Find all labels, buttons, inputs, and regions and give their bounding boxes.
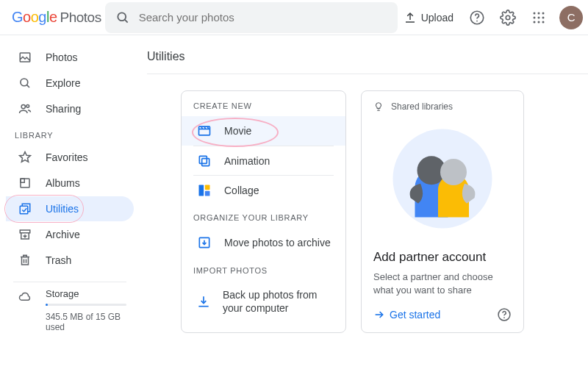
sidebar-item-label: Albums [46, 177, 80, 189]
image-icon [18, 51, 32, 64]
storage-label: Storage [46, 288, 126, 299]
svg-rect-22 [20, 230, 30, 233]
sidebar-item-label: Favorites [46, 151, 88, 163]
svg-rect-25 [199, 156, 207, 163]
people-icon [18, 102, 32, 115]
svg-line-1 [124, 19, 127, 22]
download-icon [196, 294, 211, 309]
create-collage[interactable]: Collage [193, 175, 334, 204]
svg-point-15 [21, 79, 28, 86]
upload-label: Upload [421, 12, 453, 24]
gear-icon [500, 10, 516, 26]
create-item-label: Animation [224, 155, 270, 167]
svg-rect-21 [20, 206, 28, 214]
sidebar-item-photos[interactable]: Photos [6, 45, 134, 70]
create-panel: CREATE NEW Movie Animation Collage ORGAN… [181, 90, 346, 333]
album-icon [18, 176, 32, 190]
svg-line-16 [26, 85, 29, 87]
organize-item-label: Move photos to archive [224, 237, 331, 248]
sidebar-item-label: Utilities [46, 203, 79, 215]
svg-point-5 [534, 12, 536, 14]
svg-rect-24 [202, 158, 209, 165]
create-animation[interactable]: Animation [193, 146, 334, 175]
movie-icon [196, 124, 212, 138]
sidebar-item-archive[interactable]: Archive [6, 222, 134, 247]
help-icon [469, 10, 485, 26]
sidebar-section-library: LIBRARY [6, 122, 134, 144]
search-icon [115, 10, 130, 25]
star-icon [18, 151, 32, 164]
partner-hint: Shared libraries [391, 101, 453, 112]
apps-button[interactable] [526, 4, 552, 31]
main-content: Utilities CREATE NEW Movie Animation Col… [140, 35, 588, 372]
collage-icon [196, 183, 212, 198]
svg-point-17 [21, 104, 25, 108]
svg-point-12 [538, 21, 540, 23]
svg-rect-28 [205, 190, 210, 196]
storage-bar [46, 304, 126, 306]
import-item-label: Back up photos from your computer [223, 288, 331, 315]
sidebar-item-label: Archive [46, 229, 80, 240]
divider [13, 282, 126, 282]
svg-point-34 [503, 318, 505, 319]
settings-button[interactable] [495, 4, 521, 31]
archive-down-icon [196, 235, 212, 250]
svg-point-11 [534, 21, 536, 23]
svg-point-32 [440, 159, 467, 185]
move-to-archive[interactable]: Move photos to archive [182, 228, 345, 257]
sidebar-item-label: Sharing [46, 103, 81, 115]
upload-button[interactable]: Upload [398, 7, 459, 29]
backup-from-computer[interactable]: Back up photos from your computer [182, 281, 345, 322]
partner-subtitle: Select a partner and choose what you wan… [362, 271, 523, 297]
sidebar: Photos Explore Sharing LIBRARY Favorites… [0, 35, 140, 372]
create-new-heading: CREATE NEW [182, 91, 345, 116]
organize-heading: ORGANIZE YOUR LIBRARY [182, 204, 345, 228]
storage-detail: 345.5 MB of 15 GB used [46, 312, 126, 332]
animation-icon [196, 154, 212, 168]
sidebar-item-explore[interactable]: Explore [6, 71, 134, 96]
arrow-right-icon [373, 309, 385, 321]
svg-point-6 [538, 12, 540, 14]
help-button[interactable] [464, 4, 490, 31]
utilities-icon [18, 202, 32, 215]
upload-icon [404, 11, 417, 24]
trash-icon [18, 254, 32, 267]
svg-rect-26 [199, 185, 204, 196]
cloud-icon [18, 290, 32, 332]
account-avatar[interactable]: C [559, 6, 583, 29]
partner-title: Add partner account [362, 241, 523, 271]
create-item-label: Collage [224, 185, 259, 196]
grid-icon [532, 11, 545, 24]
sidebar-item-albums[interactable]: Albums [6, 171, 134, 196]
partner-help-button[interactable] [497, 307, 512, 322]
create-item-label: Movie [224, 125, 251, 137]
sidebar-item-label: Explore [46, 77, 80, 89]
svg-rect-20 [21, 179, 24, 182]
page-title: Utilities [147, 44, 588, 74]
partner-panel: Shared libraries [361, 90, 524, 333]
sidebar-item-storage[interactable]: Storage 345.5 MB of 15 GB used [6, 288, 134, 332]
get-started-button[interactable]: Get started [373, 309, 440, 321]
svg-point-9 [538, 16, 540, 18]
sidebar-item-favorites[interactable]: Favorites [6, 145, 134, 170]
sidebar-item-utilities[interactable]: Utilities [6, 196, 134, 221]
help-icon [497, 307, 512, 322]
partner-illustration [362, 112, 523, 241]
svg-point-10 [542, 16, 545, 18]
sidebar-item-trash[interactable]: Trash [6, 248, 134, 273]
sidebar-item-label: Trash [46, 254, 71, 266]
sidebar-item-sharing[interactable]: Sharing [6, 96, 134, 121]
search-icon [18, 76, 32, 90]
svg-point-0 [118, 12, 126, 21]
svg-point-13 [542, 21, 545, 23]
svg-point-7 [542, 12, 545, 14]
create-movie[interactable]: Movie [182, 116, 345, 146]
app-logo[interactable]: Google Photos [12, 9, 101, 26]
svg-rect-27 [205, 185, 210, 190]
svg-point-4 [506, 15, 510, 20]
bulb-icon [373, 101, 384, 112]
search-box[interactable] [105, 2, 398, 33]
archive-icon [18, 228, 32, 241]
header: Google Photos Upload C [0, 0, 588, 35]
search-input[interactable] [137, 10, 387, 24]
